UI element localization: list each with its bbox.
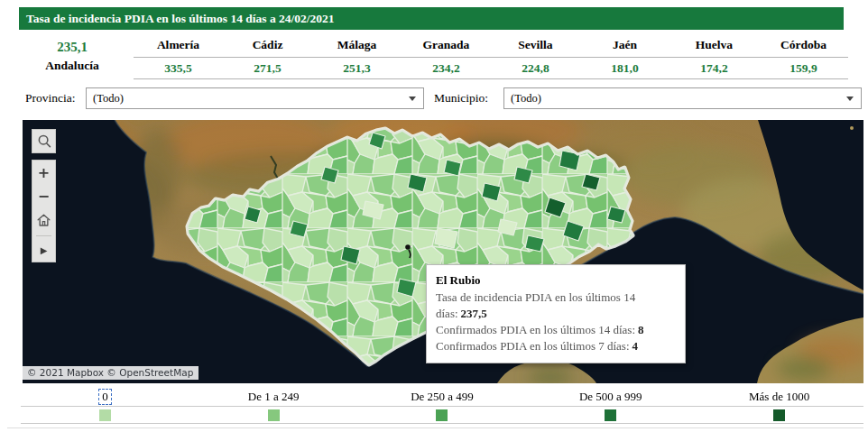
- municipio-dropdown[interactable]: (Todo): [503, 87, 862, 109]
- dropdown-arrow-icon: [846, 97, 854, 101]
- province-name: Málaga: [312, 38, 402, 55]
- page-bottom-divider: [7, 427, 863, 428]
- province-value: 159,9: [759, 61, 848, 76]
- tooltip-title: El Rubio: [436, 272, 676, 289]
- province-name: Córdoba: [759, 38, 848, 55]
- legend-divider: [21, 423, 863, 424]
- region-total-label: Andalucía: [22, 59, 123, 73]
- map-tooltip: El Rubio Tasa de incidencia PDIA en los …: [426, 264, 686, 363]
- province-name: Cádiz: [223, 38, 312, 55]
- zoom-out-button[interactable]: −: [32, 184, 55, 207]
- legend-swatch[interactable]: [773, 409, 785, 421]
- municipio-filter-label: Municipio:: [434, 91, 488, 106]
- provincia-filter-label: Provincia:: [25, 91, 76, 106]
- provincia-dropdown-value: (Todo): [93, 92, 124, 105]
- province-name: Almería: [134, 38, 223, 55]
- title-bar: Tasa de incidencia PDIA en los últimos 1…: [19, 7, 844, 30]
- province-table: Almería Cádiz Málaga Granada Sevilla Jaé…: [134, 38, 848, 79]
- province-value: 174,2: [669, 61, 759, 76]
- tooltip-row: Tasa de incidencia PDIA en los últimos 1…: [436, 290, 676, 322]
- province-value: 271,5: [223, 61, 312, 76]
- tooltip-row: Confirmados PDIA en los últimos 7 días:4: [436, 338, 676, 354]
- dropdown-arrow-icon: [409, 97, 416, 101]
- table-divider: [134, 78, 848, 79]
- province-name: Jaén: [580, 38, 669, 55]
- province-name: Sevilla: [491, 38, 580, 55]
- municipio-dropdown-value: (Todo): [511, 92, 541, 105]
- zoom-in-button[interactable]: +: [32, 161, 55, 184]
- province-value: 224,8: [491, 61, 580, 76]
- toolbar-divider: [36, 235, 51, 236]
- legend-swatch[interactable]: [436, 409, 448, 421]
- color-legend-swatches: [21, 407, 863, 423]
- region-total-value: 235,1: [22, 40, 123, 55]
- legend-label[interactable]: Más de 1000: [746, 390, 812, 404]
- legend-swatch[interactable]: [605, 409, 616, 421]
- dashboard: Tasa de incidencia PDIA en los últimos 1…: [0, 0, 868, 432]
- legend-label[interactable]: De 250 a 499: [408, 390, 476, 404]
- toolbar-expand-button[interactable]: ▶: [32, 238, 55, 262]
- region-total: 235,1 Andalucía: [22, 40, 123, 73]
- provincia-dropdown[interactable]: (Todo): [86, 87, 424, 109]
- legend-swatch[interactable]: [99, 409, 111, 421]
- province-name: Granada: [402, 38, 491, 55]
- home-icon: [35, 212, 52, 229]
- map-search-button[interactable]: [32, 129, 56, 153]
- tooltip-row: Confirmados PDIA en los últimos 14 días:…: [436, 322, 676, 338]
- legend-label[interactable]: De 1 a 249: [245, 390, 302, 404]
- legend-swatch[interactable]: [268, 409, 280, 421]
- map-toolbar: + − ▶: [32, 160, 56, 262]
- province-value: 181,0: [580, 61, 669, 76]
- province-name: Huelva: [669, 38, 759, 55]
- legend-label[interactable]: 0: [99, 390, 111, 404]
- color-legend: 0 De 1 a 249 De 250 a 499 De 500 a 999 M…: [21, 390, 863, 404]
- map[interactable]: + − ▶ © 2021 Mapbox © OpenStreetMap El R…: [23, 120, 863, 383]
- map-attribution[interactable]: © 2021 Mapbox © OpenStreetMap: [23, 366, 199, 380]
- legend-label[interactable]: De 500 a 999: [577, 390, 645, 404]
- search-icon: [35, 133, 53, 151]
- home-button[interactable]: [32, 207, 55, 234]
- expand-arrow-icon: ▶: [41, 245, 48, 255]
- province-value: 234,2: [402, 61, 491, 76]
- province-value: 335,5: [134, 61, 223, 76]
- province-value: 251,3: [312, 61, 402, 76]
